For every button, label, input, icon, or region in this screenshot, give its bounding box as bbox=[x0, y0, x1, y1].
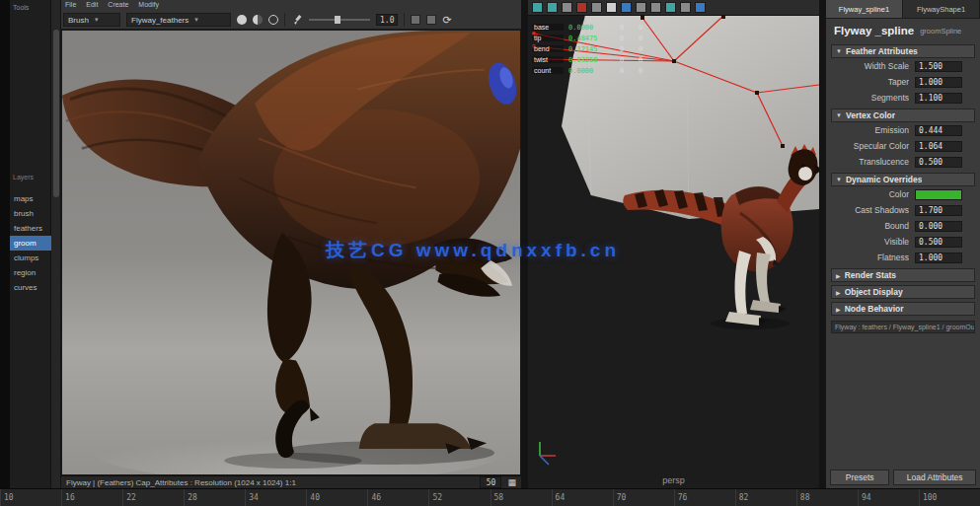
menu-item-create[interactable]: Create bbox=[108, 1, 128, 10]
viewport-scene[interactable] bbox=[528, 16, 819, 471]
timeline-tick[interactable]: 64 bbox=[552, 489, 613, 506]
table-cell-value[interactable]: 0.0000 bbox=[568, 24, 610, 32]
viewport-tool-icon[interactable] bbox=[621, 2, 632, 13]
attribute-field[interactable]: 1.100 bbox=[915, 93, 962, 104]
attribute-field[interactable]: 1.700 bbox=[915, 205, 962, 216]
timeline-tick[interactable]: 22 bbox=[122, 489, 184, 506]
menu-item-edit[interactable]: Edit bbox=[86, 1, 98, 10]
timeline-tick[interactable]: 100 bbox=[919, 489, 980, 506]
menu-item-file[interactable]: File bbox=[65, 1, 76, 10]
timeline-tick[interactable]: 46 bbox=[367, 489, 428, 506]
half-shaded-mode-icon[interactable] bbox=[253, 15, 263, 25]
load-attributes-button[interactable]: Load Attributes bbox=[893, 470, 976, 485]
record-icon[interactable] bbox=[576, 2, 587, 13]
refresh-icon[interactable]: ⟳ bbox=[442, 15, 451, 26]
viewport-tool-icon[interactable] bbox=[547, 2, 558, 13]
brush-size-slider[interactable] bbox=[309, 14, 370, 26]
sidebar-item-brush[interactable]: brush bbox=[10, 206, 51, 221]
sidebar-item-groom[interactable]: groom bbox=[10, 236, 51, 251]
timeline-tick[interactable]: 82 bbox=[735, 489, 796, 506]
viewport-tool-icon[interactable] bbox=[665, 2, 676, 13]
sidebar-item-curves[interactable]: curves bbox=[10, 280, 51, 295]
timeline-tick[interactable]: 76 bbox=[674, 489, 735, 506]
table-cell[interactable]: 0 bbox=[634, 45, 647, 53]
attribute-field[interactable]: 0.500 bbox=[915, 237, 962, 248]
attribute-field[interactable]: 0.444 bbox=[915, 125, 962, 136]
timeline[interactable]: 101622283440465258647076828894100 bbox=[0, 488, 980, 506]
section-header-vertex-color[interactable]: ▼Vertex Color bbox=[831, 108, 975, 122]
scrollbar-thumb[interactable] bbox=[53, 30, 59, 197]
perspective-viewport[interactable]: base0.000000tip0.4847500bend0.1214500twi… bbox=[528, 0, 819, 488]
render-quality-value[interactable]: 50 bbox=[480, 476, 501, 488]
section-header-render-stats[interactable]: ▶Render Stats bbox=[831, 268, 975, 282]
slider-thumb[interactable] bbox=[335, 16, 340, 24]
table-cell-name[interactable]: base bbox=[532, 24, 564, 31]
table-cell-name[interactable]: bend bbox=[532, 45, 564, 52]
table-cell[interactable]: 0 bbox=[634, 56, 647, 64]
table-cell[interactable]: 0 bbox=[615, 56, 629, 64]
menu-item-modify[interactable]: Modify bbox=[138, 1, 159, 10]
section-header-node-behavior[interactable]: ▶Node Behavior bbox=[831, 302, 975, 316]
table-cell-value[interactable]: 0.48475 bbox=[568, 35, 610, 42]
table-cell[interactable]: 0 bbox=[634, 67, 647, 75]
table-cell-value[interactable]: 0.03250 bbox=[568, 56, 610, 64]
sidebar-scrollbar[interactable] bbox=[51, 0, 61, 488]
tool-option-icon[interactable] bbox=[426, 15, 436, 25]
grid-icon[interactable]: ▦ bbox=[507, 477, 516, 488]
attribute-field[interactable]: 1.000 bbox=[915, 77, 962, 88]
pane-divider[interactable] bbox=[521, 0, 528, 488]
timeline-tick[interactable]: 52 bbox=[428, 489, 490, 506]
table-cell-value[interactable]: 0.0000 bbox=[568, 67, 610, 75]
tab-flyway-spline[interactable]: Flyway_spline1 bbox=[826, 0, 903, 18]
tool-option-icon[interactable] bbox=[411, 15, 420, 25]
table-cell[interactable]: 0 bbox=[615, 24, 629, 32]
viewport-tool-icon[interactable] bbox=[636, 2, 646, 13]
viewport-tool-icon[interactable] bbox=[650, 2, 661, 13]
brush-dropdown[interactable]: Brush ▾ bbox=[63, 13, 120, 27]
timeline-tick[interactable]: 34 bbox=[245, 489, 306, 506]
section-header-object-display[interactable]: ▶Object Display bbox=[831, 285, 975, 299]
attribute-field[interactable]: 0.000 bbox=[915, 221, 962, 232]
section-header-feather-attributes[interactable]: ▼Feather Attributes bbox=[831, 44, 975, 58]
timeline-tick[interactable]: 28 bbox=[184, 489, 245, 506]
sidebar-item-feathers[interactable]: feathers bbox=[10, 221, 51, 236]
timeline-tick[interactable]: 70 bbox=[613, 489, 674, 506]
attribute-field[interactable]: 0.500 bbox=[915, 157, 962, 168]
brush-icon[interactable] bbox=[291, 14, 303, 26]
attribute-field[interactable]: 1.064 bbox=[915, 141, 962, 152]
viewport-tool-icon[interactable] bbox=[680, 2, 691, 13]
timeline-tick[interactable]: 16 bbox=[61, 489, 122, 506]
section-header-dynamic-overrides[interactable]: ▼Dynamic Overrides bbox=[831, 173, 975, 186]
shaded-mode-icon[interactable] bbox=[237, 15, 247, 25]
wireframe-mode-icon[interactable] bbox=[268, 15, 278, 25]
attribute-label: Taper bbox=[830, 77, 909, 87]
preset-dropdown[interactable]: Flyway_feathers ▾ bbox=[126, 13, 231, 27]
table-cell[interactable]: 0 bbox=[615, 45, 629, 53]
sidebar-item-clumps[interactable]: clumps bbox=[10, 251, 51, 265]
attribute-field[interactable]: 1.500 bbox=[915, 61, 962, 72]
table-cell[interactable]: 0 bbox=[634, 24, 647, 32]
table-cell[interactable]: 0 bbox=[615, 35, 629, 42]
viewport-tool-icon[interactable] bbox=[591, 2, 602, 13]
color-swatch[interactable] bbox=[915, 189, 962, 200]
timeline-tick[interactable]: 58 bbox=[490, 489, 552, 506]
table-cell-name[interactable]: count bbox=[532, 67, 564, 74]
timeline-tick[interactable]: 88 bbox=[796, 489, 858, 506]
table-cell-value[interactable]: 0.12145 bbox=[568, 45, 610, 53]
table-cell-name[interactable]: twist bbox=[532, 56, 564, 63]
attribute-field[interactable]: 1.000 bbox=[915, 253, 962, 263]
sidebar-item-region[interactable]: region bbox=[10, 265, 51, 280]
timeline-tick[interactable]: 10 bbox=[0, 489, 61, 506]
timeline-tick[interactable]: 40 bbox=[306, 489, 367, 506]
table-cell[interactable]: 0 bbox=[615, 67, 629, 75]
presets-button[interactable]: Presets bbox=[830, 470, 889, 485]
viewport-tool-icon[interactable] bbox=[532, 2, 543, 13]
viewport-tool-icon[interactable] bbox=[606, 2, 617, 13]
table-cell[interactable]: 0 bbox=[634, 35, 647, 42]
timeline-tick[interactable]: 94 bbox=[858, 489, 919, 506]
tab-flyway-shape[interactable]: FlywayShape1 bbox=[903, 0, 980, 18]
sidebar-item-maps[interactable]: maps bbox=[10, 191, 51, 206]
viewport-tool-icon[interactable] bbox=[695, 2, 706, 13]
viewport-tool-icon[interactable] bbox=[562, 2, 572, 13]
table-cell-name[interactable]: tip bbox=[532, 35, 564, 41]
